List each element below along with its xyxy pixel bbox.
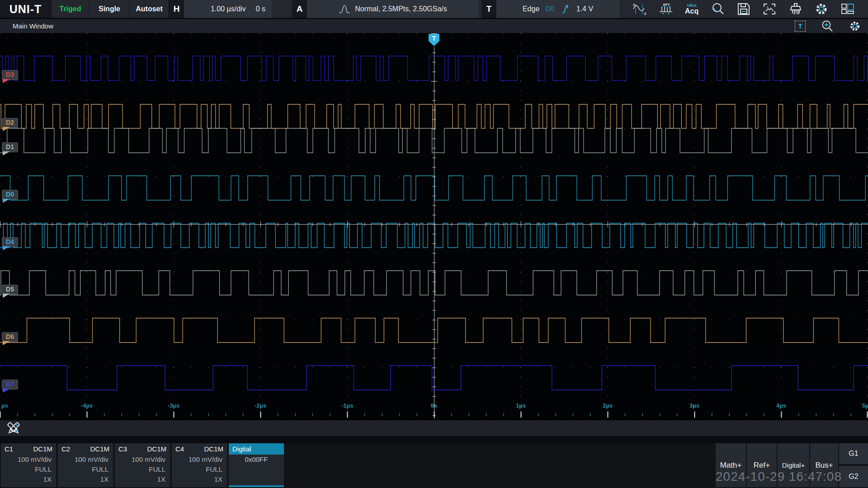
- channel-scale: 100 mV/div: [115, 455, 170, 465]
- horizontal-panel[interactable]: 1.00 µs/div 0 s: [184, 0, 272, 18]
- time-axis-label: 0s: [431, 402, 437, 409]
- channel-label-pointer: [3, 199, 10, 203]
- channel-coupling: DC1M: [90, 445, 109, 453]
- waveform-display[interactable]: T D3D2D1D0D4D5D6D7µs-4µs-3µs-2µs-1µs0s1µ…: [0, 33, 868, 420]
- time-axis-label: µs: [1, 402, 8, 409]
- channel-label-d6[interactable]: D6: [2, 332, 18, 342]
- save-icon[interactable]: [734, 0, 754, 18]
- time-axis-label: 1µs: [516, 402, 526, 409]
- toolbar-icon-cluster: A B FFT Ultra Acq: [619, 0, 868, 18]
- channel-id: C2: [61, 445, 70, 453]
- separator-strip: [0, 436, 868, 443]
- svg-text:B: B: [644, 12, 646, 15]
- channel-probe: 1X: [172, 474, 227, 484]
- window-layout-icon[interactable]: [838, 0, 858, 18]
- settings-icon[interactable]: [811, 0, 831, 18]
- time-axis-label: -3µs: [168, 402, 179, 409]
- digital-plus-button[interactable]: Digital+: [778, 443, 809, 487]
- acquire-panel[interactable]: Normal, 2.5MPts, 2.50GSa/s: [307, 0, 479, 18]
- channel-label-pointer: [3, 79, 10, 83]
- trigger-source: D0: [545, 5, 554, 13]
- time-axis-label: 4µs: [776, 402, 786, 409]
- screenshot-icon[interactable]: [760, 0, 779, 18]
- channel-label-d2[interactable]: D2: [2, 118, 18, 128]
- horizontal-label: H: [169, 0, 184, 18]
- main-window-bar: Main Window T: [0, 18, 868, 33]
- autoset-button[interactable]: Autoset: [130, 0, 169, 18]
- rising-edge-icon: [561, 4, 571, 14]
- channel-card-c1[interactable]: C1DC1M 100 mV/div FULL 1X: [1, 443, 56, 487]
- svg-text:A: A: [633, 3, 635, 6]
- channel-id: C4: [175, 445, 184, 453]
- window-title: Main Window: [0, 22, 53, 30]
- digital-value: 0x00FF: [229, 455, 284, 465]
- channel-label-pointer: [3, 151, 10, 155]
- annotation-toolbar: [0, 420, 868, 436]
- group-g1-button[interactable]: G1: [839, 443, 868, 464]
- channel-label-pointer: [3, 127, 10, 131]
- single-button[interactable]: Single: [90, 0, 130, 18]
- search-icon[interactable]: [708, 0, 728, 18]
- channel-label-d0[interactable]: D0: [2, 190, 18, 200]
- math-plus-button[interactable]: Math+: [716, 443, 746, 487]
- cursor-measure-icon[interactable]: A B: [630, 0, 650, 18]
- channel-card-c3[interactable]: C3DC1M 100 mV/div FULL 1X: [115, 443, 170, 487]
- channel-bandwidth: FULL: [58, 465, 113, 474]
- channel-bandwidth: FULL: [1, 465, 56, 474]
- bus-plus-button[interactable]: Bus+: [810, 443, 838, 487]
- channel-scale: 100 mV/div: [1, 455, 56, 465]
- channel-coupling: DC1M: [33, 445, 52, 453]
- brand-logo-text: UNI-T: [9, 3, 42, 16]
- trigger-status-button[interactable]: Triged: [52, 0, 90, 18]
- channel-scale: 100 mV/div: [172, 455, 227, 465]
- trigger-label-toggle-icon[interactable]: T: [795, 21, 806, 32]
- channel-label-pointer: [3, 341, 10, 345]
- time-axis-label: 2µs: [603, 402, 613, 409]
- channel-label-d1[interactable]: D1: [2, 142, 18, 152]
- ultra-acq-icon[interactable]: Ultra Acq: [682, 0, 702, 18]
- clear-icon[interactable]: [786, 0, 806, 18]
- channel-label-d3[interactable]: D3: [2, 70, 18, 80]
- horizontal-offset-value: 0 s: [256, 5, 265, 13]
- window-bar-icons: T: [795, 20, 868, 33]
- channel-label-d5[interactable]: D5: [2, 285, 18, 295]
- ref-plus-button[interactable]: Ref+: [747, 443, 777, 487]
- acquire-info: Normal, 2.5MPts, 2.50GSa/s: [355, 5, 447, 13]
- fft-icon[interactable]: FFT: [656, 0, 676, 18]
- group-g2-button[interactable]: G2: [839, 466, 868, 487]
- timebase-value: 1.00 µs/div: [211, 5, 246, 13]
- channel-label-d4[interactable]: D4: [2, 237, 18, 247]
- oscilloscope-screen: { "toolbar": { "logo": "UNI-T", "trigger…: [0, 0, 868, 488]
- trigger-type: Edge: [523, 5, 539, 13]
- channel-probe: 1X: [1, 474, 56, 484]
- channel-card-c2[interactable]: C2DC1M 100 mV/div FULL 1X: [58, 443, 113, 487]
- channel-bandwidth: FULL: [115, 465, 170, 474]
- trigger-level-value: 1.4 V: [576, 5, 593, 13]
- trigger-panel[interactable]: Edge D0 1.4 V: [496, 0, 619, 18]
- bottom-status-bar: C1DC1M 100 mV/div FULL 1X C2DC1M 100 mV/…: [0, 443, 868, 488]
- time-axis-label: -4µs: [81, 402, 93, 409]
- channel-id: C1: [5, 445, 13, 453]
- channel-id: C3: [118, 445, 127, 453]
- time-axis-label: -1µs: [341, 402, 353, 409]
- ultra-acq-label: Acq: [685, 8, 698, 15]
- brand-logo: UNI-T: [0, 0, 52, 18]
- channel-scale: 100 mV/div: [58, 455, 113, 465]
- drawing-tools-icon[interactable]: [5, 420, 22, 436]
- channel-card-c4[interactable]: C4DC1M 100 mV/div FULL 1X: [172, 443, 227, 487]
- channel-bandwidth: FULL: [172, 465, 227, 474]
- channel-label-d7[interactable]: D7: [2, 380, 18, 389]
- zoom-in-icon[interactable]: [821, 20, 834, 33]
- channel-label-pointer: [3, 389, 10, 393]
- channel-label-pointer: [3, 294, 10, 298]
- time-axis-label: -2µs: [255, 402, 266, 409]
- digital-label: Digital: [232, 445, 251, 453]
- digital-card[interactable]: Digital 0x00FF: [229, 443, 284, 487]
- trigger-label: T: [481, 0, 496, 18]
- time-axis-label: 3µs: [689, 402, 699, 409]
- waveform-canvas[interactable]: [0, 33, 868, 420]
- channel-probe: 1X: [115, 474, 170, 484]
- time-axis-label: 5µs: [862, 402, 868, 409]
- channel-label-pointer: [3, 246, 10, 250]
- display-settings-icon[interactable]: [849, 20, 861, 32]
